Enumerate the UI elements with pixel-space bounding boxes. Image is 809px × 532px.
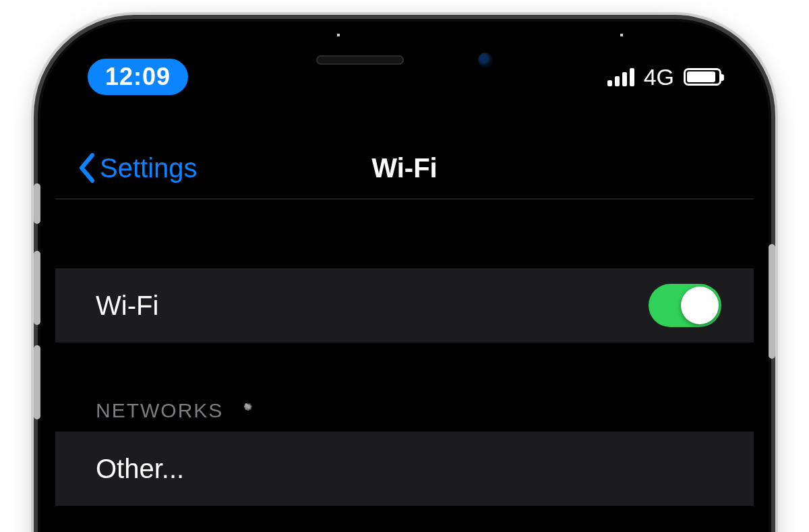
back-button-label: Settings xyxy=(100,153,198,183)
chevron-left-icon xyxy=(78,153,96,183)
status-right-cluster: 4G xyxy=(607,64,721,90)
navigation-bar: Settings Wi-Fi xyxy=(55,138,754,200)
network-type-label: 4G xyxy=(644,64,674,90)
cellular-signal-icon xyxy=(607,67,634,86)
notch xyxy=(260,36,549,84)
volume-down-button xyxy=(34,345,40,419)
screen: 12:09 4G Settings Wi-Fi xyxy=(55,36,754,532)
wifi-toggle-label: Wi-Fi xyxy=(96,291,158,321)
back-button[interactable]: Settings xyxy=(55,153,198,183)
wifi-toggle-switch[interactable] xyxy=(649,284,721,327)
loading-spinner-icon xyxy=(235,399,258,422)
power-button xyxy=(769,244,775,359)
other-network-label: Other... xyxy=(96,454,184,484)
mute-switch xyxy=(34,183,40,224)
status-time-pill[interactable]: 12:09 xyxy=(88,59,188,95)
toggle-knob xyxy=(681,287,719,324)
volume-up-button xyxy=(34,251,40,325)
wifi-toggle-row: Wi-Fi xyxy=(55,268,754,343)
battery-icon xyxy=(684,68,721,86)
networks-section-header: NETWORKS xyxy=(55,399,754,432)
networks-header-label: NETWORKS xyxy=(96,399,223,422)
other-network-row[interactable]: Other... xyxy=(55,432,754,506)
speaker-grille xyxy=(316,55,404,65)
settings-content: Wi-Fi NETWORKS Other... xyxy=(55,212,754,506)
front-camera xyxy=(478,53,493,67)
phone-frame: 12:09 4G Settings Wi-Fi xyxy=(40,22,769,532)
